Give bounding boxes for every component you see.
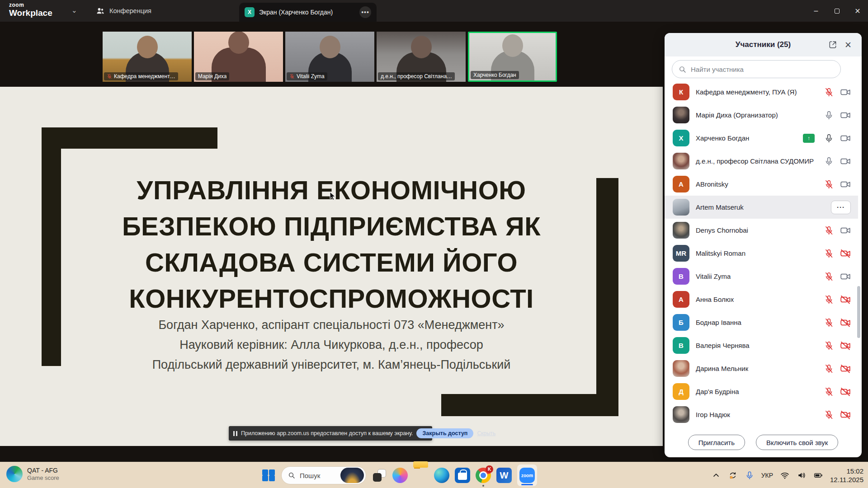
taskbar-search-input[interactable] <box>299 471 337 480</box>
participant-search-input[interactable] <box>690 65 834 74</box>
slide-title-line: СКЛАДОВА СИСТЕМИ ЙОГО <box>145 248 518 277</box>
unmute-button[interactable]: Включить свой звук <box>756 435 838 450</box>
close-button[interactable]: ✕ <box>847 0 868 22</box>
participant-row[interactable]: В Валерія Чернява <box>665 334 858 357</box>
avatar: B <box>673 268 689 285</box>
minimize-button[interactable]: – <box>806 0 826 22</box>
close-access-button[interactable]: Закрыть доступ <box>416 428 473 438</box>
participant-row[interactable]: д.е.н., професор Світлана СУДОМИР <box>665 150 858 173</box>
camera-on-icon <box>840 133 851 144</box>
tab-more-button[interactable]: ••• <box>359 6 371 18</box>
avatar: К <box>673 84 689 100</box>
avatar: A <box>673 176 689 192</box>
participant-row[interactable]: А Анна Болюх <box>665 288 858 311</box>
battery-icon[interactable] <box>813 470 823 480</box>
start-button[interactable] <box>262 469 276 482</box>
hide-banner-link[interactable]: Скрыть <box>477 430 495 436</box>
mic-muted-icon <box>107 74 112 79</box>
zoom-icon: zoom <box>519 468 535 483</box>
mic-muted-icon <box>824 318 834 327</box>
participant-row[interactable]: MR Malitskyi Roman <box>665 242 858 265</box>
participant-row[interactable]: Denys Chornobai <box>665 219 858 242</box>
tab-shared-screen[interactable]: X Экран (Харченко Богдан) ••• <box>239 3 377 22</box>
maximize-button[interactable] <box>826 0 847 22</box>
participant-name: Боднар Іванна <box>696 319 741 326</box>
popout-icon[interactable] <box>827 39 838 50</box>
sync-update-icon[interactable] <box>728 470 738 480</box>
participant-row[interactable]: Ігор Надюк <box>665 403 858 426</box>
video-name-text: Vitalii Zyma <box>297 73 325 80</box>
mic-muted-icon <box>824 295 834 304</box>
invite-button[interactable]: Пригласить <box>688 435 745 450</box>
participant-name: Анна Болюх <box>696 296 734 303</box>
chevron-down-icon[interactable]: ⌄ <box>71 6 77 14</box>
mic-muted-icon <box>824 179 834 189</box>
chrome-icon[interactable]: K <box>476 468 491 483</box>
task-view-icon[interactable] <box>372 468 387 483</box>
edge-browser-icon[interactable] <box>434 468 449 483</box>
shared-screen-slide: УПРАВЛІННЯ ЕКОНОМІЧНОЮ БЕЗПЕКОЮ ПІДПРИЄМ… <box>0 87 663 446</box>
video-tile[interactable]: Vitalii Zyma <box>285 32 374 82</box>
camera-off-icon <box>840 317 851 328</box>
slide-subtitle-line: Науковий керівник: Алла Чикуркова, д.е.н… <box>179 338 483 352</box>
participant-row[interactable]: Б Боднар Іванна <box>665 311 858 334</box>
participants-title: Участники (25) <box>736 40 791 49</box>
avatar: А <box>673 291 689 308</box>
scrollbar-thumb[interactable] <box>857 286 860 338</box>
video-name-label: Марія Диха <box>195 72 229 80</box>
copilot-icon[interactable] <box>392 468 408 483</box>
search-icon <box>288 472 295 479</box>
participants-list: К Кафедра менеджменту, ПУА (Я) Марія Дих… <box>665 80 858 426</box>
taskbar-widget[interactable]: QAT - AFG Game score <box>6 466 59 482</box>
mic-muted-icon <box>824 225 834 235</box>
volume-icon[interactable] <box>797 470 807 480</box>
mic-muted-icon <box>824 387 834 396</box>
zoom-workplace-logo: zoom Workplace <box>9 2 52 17</box>
conference-tab-label: Конференция <box>109 7 151 14</box>
participant-row[interactable]: A ABronitsky <box>665 173 858 196</box>
microsoft-store-icon[interactable] <box>455 468 470 483</box>
camera-on-icon <box>840 179 851 190</box>
video-tile[interactable]: Марія Диха <box>194 32 283 82</box>
video-tile[interactable]: д.е.н., професор Світлана… <box>377 32 466 82</box>
screen-share-badge-icon: X <box>245 7 255 17</box>
mic-muted-icon <box>824 272 834 281</box>
file-explorer-icon[interactable] <box>413 468 429 483</box>
panel-footer: Пригласить Включить свой звук <box>665 435 862 450</box>
close-panel-icon[interactable]: ✕ <box>843 39 854 50</box>
participant-row-hovered[interactable]: Artem Matseruk ··· <box>665 196 858 219</box>
participant-row[interactable]: Д Дар'я Будріна <box>665 380 858 403</box>
share-banner-message: Приложению app.zoom.us предоставлен дост… <box>241 430 413 436</box>
zoom-app-active[interactable]: zoom <box>517 465 537 486</box>
taskbar-search[interactable] <box>281 466 366 484</box>
avatar-photo <box>673 153 689 169</box>
participant-name: д.е.н., професор Світлана СУДОМИР <box>696 157 814 165</box>
avatar-photo <box>673 199 689 216</box>
clock[interactable]: 15:02 12.11.2025 <box>830 467 863 484</box>
slide-title-line: КОНКУРЕНТОСПРОМОЖНОСТІ <box>129 284 533 313</box>
avatar: В <box>673 337 689 354</box>
video-name-text: Харченко Богдан <box>473 72 516 78</box>
language-indicator[interactable]: УКР <box>761 472 773 479</box>
running-indicator <box>482 485 484 487</box>
participant-more-button[interactable]: ··· <box>831 201 851 214</box>
video-tile-active-speaker[interactable]: Харченко Богдан <box>468 32 557 82</box>
camera-on-icon <box>840 156 851 167</box>
video-tile[interactable]: Кафедра менеджмент… <box>103 32 192 82</box>
tab-conference[interactable]: Конференция <box>96 0 151 22</box>
participant-row[interactable]: Марія Диха (Организатор) <box>665 103 858 127</box>
slide-subtitle-line: Богдан Харченко, аспірант спеціальності … <box>158 318 504 332</box>
widget-title: QAT - AFG <box>27 467 59 474</box>
pause-icon[interactable] <box>233 431 237 436</box>
participant-name: Ігор Надюк <box>696 411 730 418</box>
tray-chevron-icon[interactable] <box>711 470 721 480</box>
participant-row[interactable]: Х Харченко Богдан ↑ <box>665 127 858 150</box>
word-icon[interactable]: W <box>496 468 512 483</box>
participant-row[interactable]: К Кафедра менеджменту, ПУА (Я) <box>665 80 858 103</box>
participant-name: Vitalii Zyma <box>696 272 731 280</box>
wifi-icon[interactable] <box>780 470 790 480</box>
participant-row[interactable]: B Vitalii Zyma <box>665 265 858 288</box>
participant-row[interactable]: Дарина Мельник <box>665 357 858 380</box>
microphone-in-use-icon[interactable] <box>745 470 755 480</box>
mic-icon <box>824 133 834 143</box>
